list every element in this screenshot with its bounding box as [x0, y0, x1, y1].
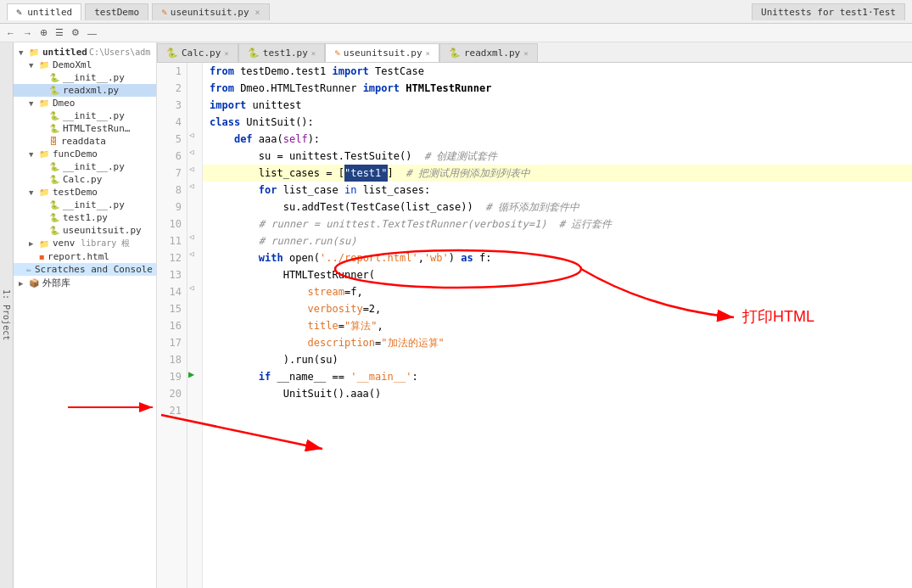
- close-icon[interactable]: ×: [255, 8, 260, 17]
- tree-item-init2[interactable]: 🐍 __init__.py: [14, 109, 156, 122]
- close-icon[interactable]: ×: [224, 49, 228, 58]
- add-button[interactable]: ⊕: [37, 26, 50, 39]
- code-text: su = unittest.TestSuite(): [259, 148, 424, 165]
- code-text: ).run(su): [283, 351, 339, 368]
- tree-label: __init__.py: [63, 110, 125, 121]
- tree-label: readdata: [61, 136, 106, 147]
- code-tab-test1[interactable]: 🐍 test1.py ×: [238, 43, 325, 62]
- code-indent: [210, 131, 234, 148]
- tree-item-scratches[interactable]: ✏ Scratches and Console: [14, 263, 156, 276]
- tree-label: venv library 根: [53, 238, 130, 249]
- code-tab-useunitsuit[interactable]: ✎ useunitsuit.py ×: [325, 43, 439, 62]
- tab-unittests[interactable]: Unittests for test1·Test: [752, 3, 905, 20]
- string: '../report.html': [320, 249, 418, 266]
- tree-label: __init__.py: [63, 199, 125, 210]
- tab-testdemo-label: testDemo: [94, 7, 139, 18]
- code-text: [400, 80, 406, 97]
- string: stream: [308, 283, 344, 300]
- code-tabs: 🐍 Calc.py × 🐍 test1.py × ✎ useunitsuit.p…: [157, 42, 912, 63]
- code-text: TestCase: [369, 63, 424, 80]
- code-text: UnitSuit().aaa(): [283, 385, 382, 402]
- string: 'wb': [424, 249, 449, 266]
- tree-item-init1[interactable]: 🐍 __init__.py: [14, 71, 156, 84]
- line-numbers: 12345 678910 1112131415 1617181920 21: [157, 63, 187, 588]
- tree-item-testdemo[interactable]: ▼ 📁 testDemo: [14, 186, 156, 199]
- tree-item-dmeo[interactable]: ▼ 📁 Dmeo: [14, 97, 156, 109]
- py-icon: 🐍: [49, 73, 59, 82]
- menu-button[interactable]: ☰: [53, 26, 66, 39]
- code-line-1: from testDemo.test1 import TestCase: [203, 63, 912, 80]
- code-line-13: HTMLTestRunner(: [203, 266, 912, 283]
- keyword: for: [259, 182, 277, 199]
- code-line-11: # runner.run(su): [203, 232, 912, 249]
- tab-testdemo[interactable]: testDemo: [85, 3, 148, 20]
- run-icon[interactable]: ▶: [188, 368, 194, 380]
- tree-item-useunitsuit[interactable]: 🐍 useunitsuit.py: [14, 224, 156, 237]
- py-icon: 🐍: [166, 48, 178, 59]
- tree-item-init3[interactable]: 🐍 __init__.py: [14, 160, 156, 173]
- tab-unittests-label: Unittests for test1·Test: [761, 7, 896, 18]
- back-button[interactable]: ←: [3, 27, 18, 39]
- tree-label: Calc.py: [63, 174, 102, 185]
- keyword: import: [210, 97, 246, 114]
- tree-item-report[interactable]: ◼ report.html: [14, 250, 156, 263]
- tree-item-venv[interactable]: ▶ 📁 venv library 根: [14, 237, 156, 250]
- code-line-21: [203, 402, 912, 419]
- code-indent: [210, 368, 259, 385]
- settings-button[interactable]: ⚙: [69, 26, 82, 39]
- code-text: list_cases:: [356, 182, 430, 199]
- tree-item-funcdemo[interactable]: ▼ 📁 funcDemo: [14, 148, 156, 160]
- py-icon: ✎: [334, 48, 340, 59]
- code-text: =f,: [344, 283, 363, 300]
- tree-item-init4[interactable]: 🐍 __init__.py: [14, 199, 156, 211]
- code-line-4: class UnitSuit():: [203, 114, 912, 131]
- tree-label: testDemo: [53, 187, 98, 198]
- tree-item-calc[interactable]: 🐍 Calc.py: [14, 173, 156, 186]
- code-text: =: [375, 334, 381, 351]
- tree-item-test1[interactable]: 🐍 test1.py: [14, 211, 156, 224]
- param: self: [283, 131, 308, 148]
- tree-item-demoxml[interactable]: ▼ 📁 DemoXml: [14, 59, 156, 71]
- py-icon: 🐍: [49, 175, 59, 184]
- code-text: __name__ ==: [271, 368, 350, 385]
- code-line-20: UnitSuit().aaa(): [203, 385, 912, 402]
- code-line-17: description="加法的运算": [203, 334, 912, 351]
- dash-button[interactable]: —: [85, 27, 99, 39]
- tree-label: DemoXml: [53, 59, 92, 70]
- forward-button[interactable]: →: [20, 27, 35, 39]
- code-text: ):: [308, 131, 320, 148]
- close-icon[interactable]: ×: [426, 49, 430, 58]
- tree-item-readdata[interactable]: 🗄 readdata: [14, 135, 156, 148]
- keyword: class: [210, 114, 240, 131]
- keyword: import: [363, 80, 400, 97]
- code-text: =2,: [363, 300, 382, 317]
- code-line-9: su.addTest(TestCase(list_case)) # 循环添加到套…: [203, 199, 912, 216]
- tree-label: readxml.py: [63, 85, 119, 96]
- code-tab-calc[interactable]: 🐍 Calc.py ×: [157, 43, 238, 62]
- code-indent: [210, 148, 259, 165]
- tree-item-untitled[interactable]: ▼ 📁 untitled C:\Users\adm: [14, 46, 156, 59]
- close-icon[interactable]: ×: [523, 49, 528, 58]
- tree-item-htmltestrunner[interactable]: 🐍 HTMLTestRun…: [14, 122, 156, 135]
- keyword: with: [259, 249, 283, 266]
- code-tab-calc-label: Calc.py: [182, 48, 221, 59]
- tree-path: C:\Users\adm: [89, 48, 150, 57]
- code-text: UnitSuit():: [240, 114, 314, 131]
- close-icon[interactable]: ×: [311, 49, 316, 58]
- code-line-7: list_cases = ["test1"] # 把测试用例添加到列表中: [203, 165, 912, 182]
- project-panel-label: 1: Project: [0, 42, 14, 588]
- tree-label: __init__.py: [63, 161, 125, 172]
- folder-icon: 📁: [39, 98, 49, 108]
- py-icon: 🐍: [49, 213, 59, 222]
- code-indent: [210, 300, 308, 317]
- tree-item-external-lib[interactable]: ▶ 📦 外部库: [14, 276, 156, 290]
- code-text: list_cases = [: [259, 165, 344, 182]
- code-tab-readxml[interactable]: 🐍 readxml.py ×: [439, 43, 538, 62]
- py-icon: 🐍: [49, 226, 59, 235]
- tree-item-readxml[interactable]: 🐍 readxml.py: [14, 84, 156, 97]
- tab-untitled[interactable]: ✎ untitled: [7, 3, 81, 20]
- code-line-8: for list_case in list_cases:: [203, 182, 912, 199]
- tree-arrow: ▶: [29, 239, 37, 248]
- code-indent: [210, 317, 308, 334]
- tab-useunitsuit[interactable]: ✎ useunitsuit.py ×: [152, 3, 269, 20]
